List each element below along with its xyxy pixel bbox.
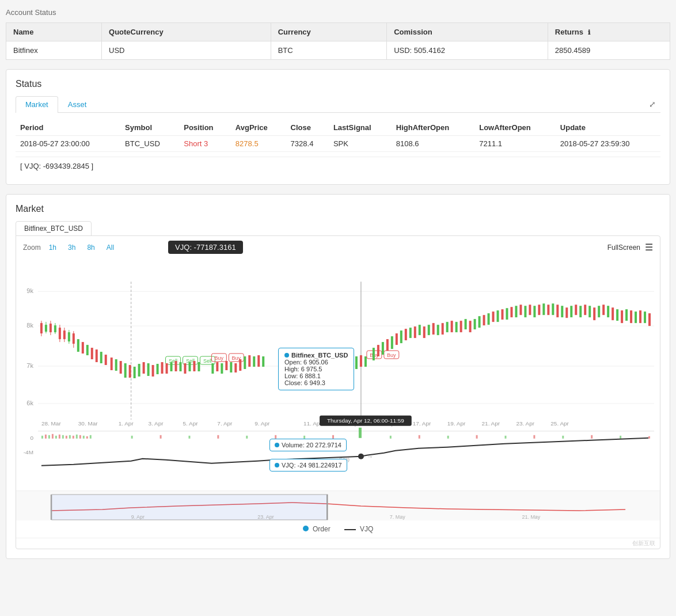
svg-rect-115: [519, 305, 522, 315]
svg-rect-164: [52, 434, 54, 439]
zoom-1h[interactable]: 1h: [45, 242, 60, 253]
col-header-currency: Currency: [271, 23, 386, 41]
status-symbol: BTC_USD: [120, 136, 179, 152]
svg-rect-178: [160, 435, 162, 439]
mini-chart-svg: 9. Apr 23. Apr 7. May 21. May: [16, 493, 660, 520]
svg-rect-161: [41, 436, 43, 439]
svg-rect-118: [533, 306, 536, 317]
svg-rect-113: [510, 307, 512, 317]
svg-rect-97: [437, 325, 439, 335]
vjq-main-tooltip: VJQ: -77187.3161: [168, 241, 243, 254]
status-row: 2018-05-27 23:00:00 BTC_USD Short 3 8278…: [16, 136, 660, 152]
svg-rect-123: [556, 305, 559, 317]
svg-rect-88: [396, 333, 398, 345]
status-high: 8108.6: [392, 136, 474, 152]
svg-rect-74: [257, 355, 260, 367]
svg-rect-99: [446, 322, 449, 332]
chart-controls: Zoom 1h 3h 8h All VJQ: -77187.3161 FullS…: [16, 236, 660, 258]
svg-rect-67: [225, 361, 227, 370]
svg-text:1. Apr: 1. Apr: [119, 420, 134, 427]
status-update: 2018-05-27 23:59:30: [556, 136, 660, 152]
svg-rect-116: [524, 306, 526, 317]
svg-rect-180: [217, 435, 219, 439]
svg-rect-174: [86, 436, 88, 439]
expand-icon[interactable]: ⤢: [649, 100, 656, 109]
mini-chart-area[interactable]: 9. Apr 23. Apr 7. May 21. May ◀ ▶: [16, 490, 660, 520]
status-low: 7211.1: [474, 136, 556, 152]
svg-rect-68: [230, 362, 232, 372]
svg-rect-91: [409, 328, 412, 338]
market-section: Market Bitfinex_BTC_USD Zoom 1h 3h 8h Al…: [6, 194, 670, 559]
svg-text:17. Apr: 17. Apr: [413, 420, 431, 427]
svg-rect-39: [134, 367, 136, 378]
chart-tab-bitfinex[interactable]: Bitfinex_BTC_USD: [16, 221, 92, 236]
price-tooltip: Bitfinex_BTC_USD Open: 6 905.06 High: 6 …: [278, 348, 354, 390]
svg-text:8k: 8k: [26, 322, 33, 329]
svg-rect-111: [501, 309, 503, 320]
zoom-all[interactable]: All: [103, 242, 117, 253]
svg-rect-57: [188, 362, 191, 371]
tab-asset[interactable]: Asset: [58, 96, 97, 112]
svg-rect-133: [602, 305, 605, 315]
status-position: Short 3: [179, 136, 231, 152]
svg-rect-193: [620, 436, 621, 439]
svg-rect-53: [170, 362, 173, 371]
svg-text:5. Apr: 5. Apr: [183, 420, 198, 427]
order-legend-dot: [303, 526, 309, 531]
status-col-avgprice: AvgPrice: [231, 120, 286, 136]
watermark: 创新互联: [16, 538, 660, 549]
svg-rect-33: [105, 355, 107, 365]
svg-rect-106: [478, 316, 481, 328]
svg-rect-73: [253, 356, 255, 367]
svg-rect-172: [79, 435, 81, 439]
zoom-8h[interactable]: 8h: [83, 242, 98, 253]
svg-rect-169: [69, 435, 71, 439]
svg-text:→: →: [367, 453, 373, 460]
svg-rect-40: [138, 364, 140, 377]
svg-rect-35: [115, 359, 117, 371]
svg-rect-205: [326, 495, 328, 520]
svg-rect-134: [607, 306, 609, 317]
vjq-legend-line: [344, 529, 356, 530]
svg-rect-102: [460, 321, 462, 332]
svg-rect-90: [405, 329, 407, 340]
status-col-close: Close: [286, 120, 329, 136]
svg-rect-109: [492, 311, 495, 322]
chart-container: Zoom 1h 3h 8h All VJQ: -77187.3161 FullS…: [16, 235, 660, 549]
svg-rect-130: [588, 306, 591, 317]
svg-rect-142: [644, 311, 646, 323]
svg-rect-52: [166, 363, 168, 374]
svg-rect-36: [120, 361, 122, 374]
svg-rect-38: [129, 365, 131, 378]
status-col-update: Update: [556, 120, 660, 136]
chart-menu-icon[interactable]: ☰: [645, 242, 653, 253]
svg-rect-114: [515, 306, 517, 317]
svg-rect-75: [262, 356, 264, 367]
account-returns: 2850.4589: [548, 41, 670, 60]
svg-rect-127: [575, 305, 577, 315]
svg-rect-34: [111, 358, 113, 370]
svg-rect-55: [179, 362, 181, 371]
svg-rect-65: [216, 362, 218, 371]
chart-legend: Order VJQ: [16, 520, 660, 538]
svg-rect-59: [198, 362, 200, 371]
chart-area[interactable]: 9k 8k 7k 6k: [16, 258, 660, 490]
status-avgprice: 8278.5: [231, 136, 286, 152]
svg-rect-54: [175, 361, 177, 371]
fullscreen-button[interactable]: FullScreen: [607, 244, 640, 252]
svg-rect-104: [469, 321, 472, 332]
zoom-3h[interactable]: 3h: [64, 242, 79, 253]
svg-text:7k: 7k: [26, 362, 33, 369]
svg-rect-101: [455, 322, 458, 332]
svg-rect-175: [90, 435, 92, 439]
svg-text:3. Apr: 3. Apr: [149, 420, 164, 427]
svg-rect-71: [244, 356, 246, 369]
svg-text:11. Apr: 11. Apr: [303, 420, 322, 427]
svg-text:30. Mar: 30. Mar: [78, 420, 98, 427]
svg-rect-27: [77, 339, 79, 352]
tab-market[interactable]: Market: [16, 96, 58, 113]
svg-rect-122: [552, 303, 554, 315]
svg-rect-112: [506, 308, 508, 320]
svg-rect-185: [390, 436, 392, 439]
account-quote-currency: USD: [102, 41, 271, 60]
